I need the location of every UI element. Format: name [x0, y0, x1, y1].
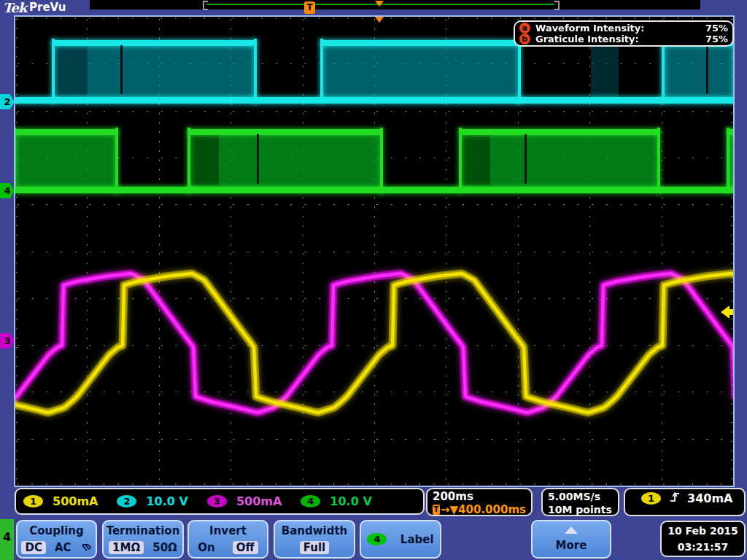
record-length: 10M points — [548, 503, 613, 516]
bandwidth-button[interactable]: Bandwidth Full — [274, 520, 355, 559]
tek-logo: Tek — [3, 0, 26, 15]
intensity-panel: a Waveform Intensity: 75% b Graticule In… — [514, 20, 734, 47]
acquisition-mode-label: PreVu — [29, 1, 66, 14]
channel-3-badge[interactable]: 3 — [207, 495, 227, 508]
acquisition-box[interactable]: 5.00MS/s 10M points — [541, 488, 619, 516]
channel-4-position-badge[interactable]: 4 — [0, 183, 15, 198]
rising-edge-icon — [670, 491, 680, 503]
coupling-button[interactable]: Coupling DC AC — [16, 520, 97, 559]
label-button[interactable]: 4 Label — [360, 520, 441, 559]
channel-2-scale[interactable]: 10.0 V — [146, 494, 187, 508]
invert-button[interactable]: Invert On Off — [187, 520, 268, 559]
invert-title: Invert — [209, 524, 247, 537]
trigger-source-badge: 1 — [641, 492, 661, 505]
sample-rate: 5.00MS/s — [548, 490, 613, 503]
trigger-level-arrow[interactable] — [721, 306, 733, 319]
termination-50ohm-option[interactable]: 50Ω — [152, 541, 177, 554]
graticule-intensity-value: 75% — [705, 34, 728, 44]
coupling-dc-option[interactable]: DC — [21, 541, 45, 554]
trigger-t-icon: T — [433, 505, 440, 515]
channel-2-badge[interactable]: 2 — [117, 495, 136, 508]
more-up-arrow-icon — [565, 526, 578, 534]
trigger-level-arrow-icon — [721, 306, 729, 319]
bandwidth-title: Bandwidth — [282, 524, 348, 537]
label-channel-badge: 4 — [367, 533, 387, 545]
graticule-intensity-row: b Graticule Intensity: 75% — [519, 34, 728, 44]
channel-4-menu-tab: 4 — [0, 519, 14, 560]
trigger-level-value: 340mA — [687, 491, 732, 505]
channel-1-scale[interactable]: 500mA — [53, 494, 98, 508]
channel-4-badge[interactable]: 4 — [301, 495, 320, 508]
record-window-left-bracket-icon — [203, 1, 208, 10]
timebase-delay-row: T →▼ 400.000ms — [433, 503, 526, 516]
time-value: 03:21:57 — [662, 539, 744, 555]
timebase-box[interactable]: 200ms T →▼ 400.000ms — [426, 488, 533, 516]
waveform-canvas — [15, 17, 733, 486]
datetime-box: 10 Feb 2015 03:21:57 — [660, 521, 746, 557]
channel-2-position-badge[interactable]: 2 — [0, 94, 15, 109]
timebase-delay-value: 400.000ms — [458, 503, 526, 516]
delay-arrow-icon: →▼ — [441, 503, 458, 516]
multipurpose-a-knob-icon: a — [519, 23, 530, 34]
trigger-box[interactable]: 1 340mA — [624, 488, 746, 516]
termination-button[interactable]: Termination 1MΩ 50Ω — [102, 520, 184, 559]
trigger-position-badge[interactable]: T — [304, 1, 315, 14]
more-button[interactable]: More — [531, 520, 611, 559]
channel-3-scale[interactable]: 500mA — [236, 494, 282, 508]
trigger-level-arrow-tail — [729, 309, 733, 315]
date-value: 10 Feb 2015 — [662, 523, 744, 539]
invert-on-option[interactable]: On — [198, 541, 214, 554]
label-button-text: Label — [400, 533, 434, 546]
oscilloscope-screen: Tek PreVu T a Waveform Intensity: 75% b … — [0, 0, 747, 560]
coupling-ac-option[interactable]: AC — [55, 541, 71, 554]
termination-1mohm-option[interactable]: 1MΩ — [109, 541, 144, 554]
invert-off-option[interactable]: Off — [233, 541, 258, 554]
channel-3-position-badge[interactable]: 3 — [0, 333, 15, 349]
record-window-right-bracket-icon — [554, 1, 560, 10]
channel-1-badge[interactable]: 1 — [23, 495, 43, 508]
waveform-intensity-value: 75% — [705, 23, 728, 34]
timebase-scale: 200ms — [433, 490, 526, 503]
menu-bar: 4 Coupling DC AC Termination 1MΩ 50Ω Inv… — [0, 518, 747, 560]
coupling-title: Coupling — [29, 524, 83, 537]
channel-readouts-box: 1 500mA 2 10.0 V 3 500mA 4 10.0 V — [15, 488, 425, 515]
bandwidth-full-option[interactable]: Full — [300, 541, 329, 554]
status-bar: 1 500mA 2 10.0 V 3 500mA 4 10.0 V 200ms … — [0, 486, 747, 518]
termination-title: Termination — [107, 524, 180, 537]
more-button-text: More — [556, 539, 587, 552]
waveform-intensity-label: Waveform Intensity: — [535, 23, 705, 34]
multipurpose-b-knob-icon: b — [519, 34, 530, 44]
trigger-position-marker-icon[interactable] — [375, 17, 384, 23]
waveform-intensity-row: a Waveform Intensity: 75% — [519, 23, 728, 34]
record-view-bar — [90, 0, 700, 9]
waveform-display: a Waveform Intensity: 75% b Graticule In… — [14, 15, 735, 487]
graticule-intensity-label: Graticule Intensity: — [535, 34, 705, 44]
channel-4-scale[interactable]: 10.0 V — [330, 494, 371, 508]
ground-coupling-icon[interactable] — [80, 542, 92, 553]
expansion-point-icon — [375, 1, 384, 7]
